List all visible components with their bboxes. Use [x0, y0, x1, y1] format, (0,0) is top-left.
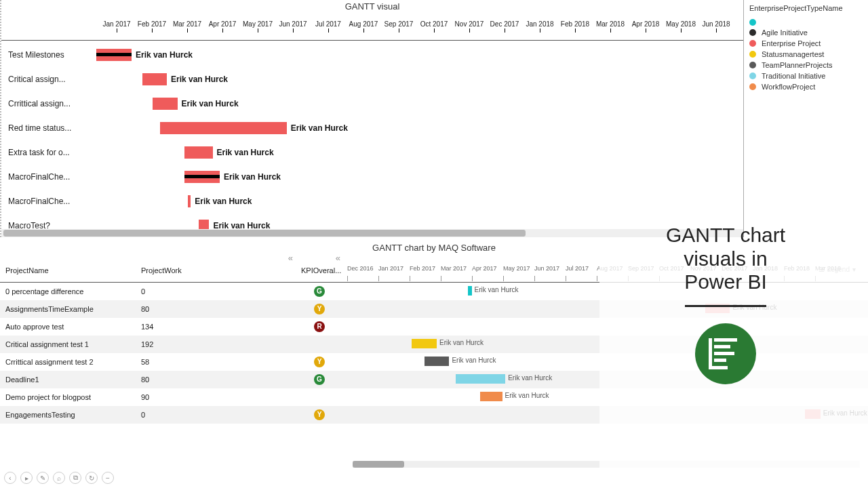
kpi-badge: G [314, 286, 325, 297]
task-bar[interactable] [425, 357, 450, 366]
legend-item[interactable]: Traditional Initiative [749, 72, 863, 80]
gantt-visual-rows: Test MilestonesErik van HurckCritical as… [1, 43, 743, 239]
timeline-month-label: Oct 2017 [420, 20, 448, 28]
legend-label: Agile Initiative [762, 28, 808, 37]
task-label: Test Milestones [8, 50, 64, 60]
kpi-badge: Y [314, 304, 325, 314]
task-bar[interactable] [412, 339, 437, 348]
svg-rect-2 [714, 352, 734, 355]
timeline-month-label: Apr 2017 [209, 20, 237, 28]
timeline-month-label: Jun 2017 [279, 20, 307, 28]
kpi-cell: Y [296, 406, 343, 424]
project-work-cell: 134 [136, 318, 271, 336]
legend-label: Enterprise Project [762, 39, 821, 47]
collapse-icon[interactable]: « [288, 253, 293, 263]
view-toolbar: ‹ ▸ ✎ ⌕ ⧉ ↻ − [4, 472, 114, 484]
refresh-icon[interactable]: ↻ [85, 472, 98, 484]
overlay-divider [685, 305, 766, 307]
task-progress-stripe [96, 53, 132, 56]
timeline-month-label: Apr 2017 [472, 265, 497, 272]
column-header[interactable]: KPIOveral...« [296, 262, 343, 283]
timeline-month-label: Aug 2017 [349, 20, 378, 28]
play-button[interactable]: ▸ [20, 472, 33, 484]
column-header[interactable]: ProjectName [0, 262, 136, 283]
overlay-line3: Power BI [610, 270, 841, 294]
project-work-cell: 80 [136, 371, 271, 388]
timeline-month-label: Dec 2017 [490, 20, 519, 28]
legend-swatch [749, 62, 756, 68]
project-work-cell: 0 [136, 406, 271, 424]
legend-swatch [749, 83, 756, 90]
project-name-cell: 0 percentage difference [0, 283, 136, 300]
minus-icon[interactable]: − [102, 472, 114, 484]
kpi-cell [296, 388, 343, 406]
task-bar[interactable] [188, 195, 191, 207]
project-name-cell: EngagementsTesting [0, 406, 136, 424]
task-bar[interactable] [153, 98, 177, 110]
legend-item[interactable]: Statusmanagertest [749, 50, 863, 58]
timeline-month-label: May 2017 [503, 265, 530, 272]
spacer-cell [271, 371, 296, 388]
task-assignee: Erik van Hurck [452, 357, 496, 364]
prev-page-button[interactable]: ‹ [4, 472, 16, 484]
svg-rect-1 [714, 345, 730, 348]
kpi-cell: Y [296, 300, 343, 318]
task-label: Red time status... [8, 123, 71, 133]
kpi-cell: Y [296, 353, 343, 371]
task-bar[interactable] [468, 286, 472, 296]
svg-rect-3 [714, 359, 726, 362]
legend-item[interactable]: Enterprise Project [749, 39, 863, 47]
task-assignee: Erik van Hurck [439, 339, 484, 346]
overlay-line1: GANTT chart [610, 224, 841, 247]
gantt-row: Crrittical assign...Erik van Hurck [1, 92, 743, 117]
kpi-cell: G [296, 283, 343, 300]
kpi-cell: R [296, 318, 343, 336]
project-work-cell: 192 [136, 336, 271, 353]
column-header[interactable]: ProjectWork [136, 262, 271, 283]
collapse-icon[interactable]: « [336, 253, 340, 263]
legend-label: TeamPlannerProjects [762, 61, 833, 69]
project-work-cell: 90 [136, 388, 271, 406]
task-bar[interactable] [142, 73, 167, 85]
task-bar[interactable] [184, 146, 213, 159]
gantt-visual-panel: GANTT visual Jan 2017Feb 2017Mar 2017Apr… [0, 0, 743, 237]
task-progress-stripe [184, 175, 220, 178]
legend-swatch [749, 51, 756, 58]
gantt-legend-title: EnterpriseProjectTypeName [749, 4, 863, 12]
task-bar[interactable] [456, 374, 506, 384]
task-assignee: Erik van Hurck [475, 286, 519, 293]
legend-item[interactable]: TeamPlannerProjects [749, 61, 863, 69]
kpi-cell: G [296, 371, 343, 388]
kpi-badge: R [314, 321, 325, 332]
spacer-cell [271, 318, 296, 336]
edit-icon[interactable]: ✎ [37, 472, 49, 484]
scrollbar-thumb[interactable] [3, 230, 526, 237]
task-assignee: Erik van Hurck [171, 75, 228, 84]
zoom-icon[interactable]: ⌕ [53, 472, 65, 484]
legend-item[interactable]: WorkflowProject [749, 83, 863, 91]
task-label: MacroFinalChe... [8, 172, 70, 182]
legend-item[interactable]: Agile Initiative [749, 28, 863, 37]
kpi-badge: G [314, 374, 325, 385]
task-assignee: Erik van Hurck [136, 50, 193, 60]
task-bar[interactable] [160, 122, 287, 134]
timeline-month-label: Nov 2017 [455, 20, 484, 28]
task-bar[interactable] [480, 392, 502, 401]
gantt-row: Red time status...Erik van Hurck [1, 117, 743, 141]
spacer-cell [271, 336, 296, 353]
project-name-cell: Crrittical assignment test 2 [0, 353, 136, 371]
legend-item[interactable] [749, 19, 863, 26]
spacer-cell [271, 283, 296, 300]
legend-label: Statusmanagertest [762, 50, 824, 58]
task-assignee: Erik van Hurck [291, 123, 348, 133]
gantt-row: MacroFinalChe...Erik van Hurck [1, 190, 743, 214]
copy-icon[interactable]: ⧉ [69, 472, 81, 484]
timeline-month-label: Jul 2017 [315, 20, 341, 28]
legend-label: WorkflowProject [762, 83, 815, 91]
scrollbar-thumb[interactable] [353, 461, 404, 468]
gantt-visual-timeline: Jan 2017Feb 2017Mar 2017Apr 2017May 2017… [1, 20, 743, 41]
gantt-row: Test MilestonesErik van Hurck [1, 43, 743, 68]
project-name-cell: Auto approve test [0, 318, 136, 336]
task-assignee: Erik van Hurck [505, 392, 549, 399]
timeline-month-label: Apr 2018 [632, 20, 660, 28]
